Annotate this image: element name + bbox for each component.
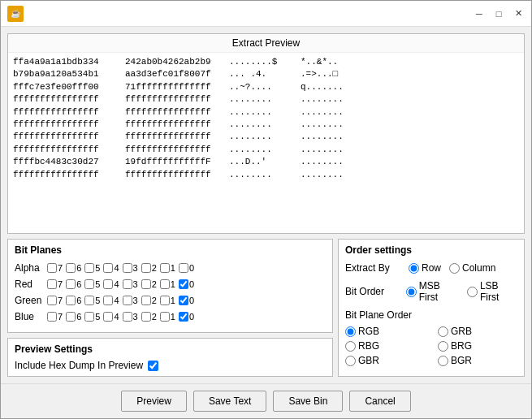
title-bar: ☕ ─ □ ✕ bbox=[1, 1, 531, 27]
blue-bit4-checkbox[interactable] bbox=[103, 312, 113, 322]
green-bit0-checkbox[interactable] bbox=[179, 296, 188, 305]
bit-row-label: Green bbox=[15, 295, 44, 306]
blue-bit0-checkbox[interactable] bbox=[179, 312, 188, 322]
bpo-gbr-label: GBR bbox=[358, 355, 379, 366]
bpo-grb-label: GRB bbox=[451, 326, 472, 337]
bit-check: 4 bbox=[103, 263, 119, 273]
blue-bit6-checkbox[interactable] bbox=[66, 312, 76, 322]
cancel-button[interactable]: Cancel bbox=[349, 391, 410, 412]
preview-button[interactable]: Preview bbox=[121, 391, 187, 412]
green-bit2-checkbox[interactable] bbox=[141, 296, 151, 305]
alpha-bit5-label: 5 bbox=[95, 263, 100, 273]
alpha-bit5-checkbox[interactable] bbox=[84, 263, 94, 273]
save-text-button[interactable]: Save Text bbox=[193, 391, 266, 412]
preview-col4: *..&*.. bbox=[301, 56, 338, 68]
blue-bit5-checkbox[interactable] bbox=[84, 312, 94, 322]
extract-by-row-option[interactable]: Row bbox=[409, 262, 441, 274]
green-bit7-label: 7 bbox=[58, 296, 63, 305]
green-bit5-checkbox[interactable] bbox=[84, 296, 94, 305]
lsb-first-radio[interactable] bbox=[467, 287, 478, 297]
bpo-grb-radio[interactable] bbox=[438, 326, 448, 337]
preview-content[interactable]: ffa4a9a1a1bdb334242ab0b4262ab2b9........… bbox=[8, 53, 524, 233]
blue-bit1-checkbox[interactable] bbox=[160, 312, 170, 322]
red-bit5-label: 5 bbox=[95, 279, 100, 289]
bpo-bgr-radio[interactable] bbox=[438, 356, 448, 366]
green-bit6-checkbox[interactable] bbox=[66, 296, 76, 305]
red-bit2-checkbox[interactable] bbox=[141, 279, 151, 289]
alpha-bit6-checkbox[interactable] bbox=[66, 263, 76, 273]
extract-by-column-radio[interactable] bbox=[449, 263, 460, 274]
minimize-button[interactable]: ─ bbox=[473, 7, 486, 20]
preview-row: ffffffffffffffffffffffffffffffff........… bbox=[13, 144, 519, 156]
extract-by-row-radio[interactable] bbox=[409, 263, 419, 274]
bpo-gbr-option[interactable]: GBR bbox=[345, 355, 425, 366]
maximize-button[interactable]: □ bbox=[492, 7, 505, 20]
bit-check: 5 bbox=[84, 263, 100, 273]
main-window: ☕ ─ □ ✕ Extract Preview ffa4a9a1a1bdb334… bbox=[0, 0, 532, 419]
msb-first-radio[interactable] bbox=[406, 287, 417, 297]
preview-col1: ffa4a9a1a1bdb334 bbox=[13, 56, 119, 68]
bpo-rbg-option[interactable]: RBG bbox=[345, 340, 425, 352]
alpha-bit2-checkbox[interactable] bbox=[141, 263, 151, 273]
lsb-first-option[interactable]: LSB First bbox=[467, 280, 517, 303]
red-bit5-checkbox[interactable] bbox=[84, 279, 94, 289]
preview-col1: ffffffffffffffff bbox=[13, 106, 119, 119]
preview-col2: ffffffffffffffff bbox=[125, 93, 223, 106]
include-hex-label: Include Hex Dump In Preview bbox=[15, 360, 143, 371]
red-bit1-label: 1 bbox=[171, 279, 175, 289]
red-bit7-checkbox[interactable] bbox=[47, 279, 57, 289]
alpha-bit3-checkbox[interactable] bbox=[123, 263, 132, 273]
alpha-bit7-checkbox[interactable] bbox=[47, 263, 57, 273]
extract-by-column-label: Column bbox=[462, 262, 495, 274]
bit-check: 7 bbox=[47, 279, 63, 289]
green-bit3-checkbox[interactable] bbox=[123, 296, 132, 305]
bit-plane-row: Alpha76543210 bbox=[15, 262, 326, 274]
preview-col3: ........ bbox=[229, 144, 294, 156]
red-bit4-checkbox[interactable] bbox=[103, 279, 113, 289]
bit-check: 2 bbox=[141, 279, 157, 289]
include-hex-checkbox[interactable] bbox=[148, 361, 158, 371]
bpo-brg-radio[interactable] bbox=[438, 341, 448, 352]
bit-check: 1 bbox=[160, 296, 175, 305]
save-bin-button[interactable]: Save Bin bbox=[273, 391, 343, 412]
bit-plane-row: Blue76543210 bbox=[15, 311, 326, 322]
bit-check: 2 bbox=[141, 312, 157, 322]
blue-bit0-label: 0 bbox=[189, 312, 194, 322]
blue-bit7-checkbox[interactable] bbox=[47, 312, 57, 322]
blue-bit3-checkbox[interactable] bbox=[123, 312, 132, 322]
bpo-rgb-option[interactable]: RGB bbox=[345, 326, 425, 337]
bit-check: 7 bbox=[47, 312, 63, 322]
blue-bit1-label: 1 bbox=[171, 312, 175, 322]
preview-settings-box: Preview Settings Include Hex Dump In Pre… bbox=[7, 338, 333, 377]
alpha-bit1-checkbox[interactable] bbox=[160, 263, 170, 273]
preview-col3: ........$ bbox=[229, 56, 294, 68]
bpo-rbg-radio[interactable] bbox=[345, 341, 356, 352]
close-button[interactable]: ✕ bbox=[512, 7, 525, 20]
red-bit0-checkbox[interactable] bbox=[179, 279, 188, 289]
red-bit6-checkbox[interactable] bbox=[66, 279, 76, 289]
bpo-rgb-radio[interactable] bbox=[345, 326, 356, 337]
bit-check: 7 bbox=[47, 296, 63, 305]
alpha-bit4-checkbox[interactable] bbox=[103, 263, 113, 273]
green-bit1-checkbox[interactable] bbox=[160, 296, 170, 305]
bpo-rbg-label: RBG bbox=[358, 340, 379, 352]
extract-by-column-option[interactable]: Column bbox=[449, 262, 495, 274]
red-bit1-checkbox[interactable] bbox=[160, 279, 170, 289]
middle-section: Bit Planes Alpha76543210Red76543210Green… bbox=[7, 239, 525, 377]
bpo-brg-option[interactable]: BRG bbox=[438, 340, 517, 352]
red-bit3-checkbox[interactable] bbox=[123, 279, 132, 289]
msb-first-option[interactable]: MSB First bbox=[406, 280, 459, 303]
alpha-bit0-checkbox[interactable] bbox=[179, 263, 188, 273]
bit-check: 3 bbox=[123, 296, 138, 305]
bit-check: 5 bbox=[84, 296, 100, 305]
blue-bit2-checkbox[interactable] bbox=[141, 312, 151, 322]
bpo-bgr-option[interactable]: BGR bbox=[438, 355, 517, 366]
bpo-grb-option[interactable]: GRB bbox=[438, 326, 517, 337]
preview-col4: ........ bbox=[301, 144, 344, 156]
green-bit4-checkbox[interactable] bbox=[103, 296, 113, 305]
extract-by-label: Extract By bbox=[345, 262, 402, 274]
preview-row: fffc7e3fe00fff0071ffffffffffffff..~?....… bbox=[13, 81, 519, 93]
green-bit7-checkbox[interactable] bbox=[47, 296, 57, 305]
bpo-gbr-radio[interactable] bbox=[345, 356, 356, 366]
preview-col1: ffffffffffffffff bbox=[13, 119, 119, 131]
